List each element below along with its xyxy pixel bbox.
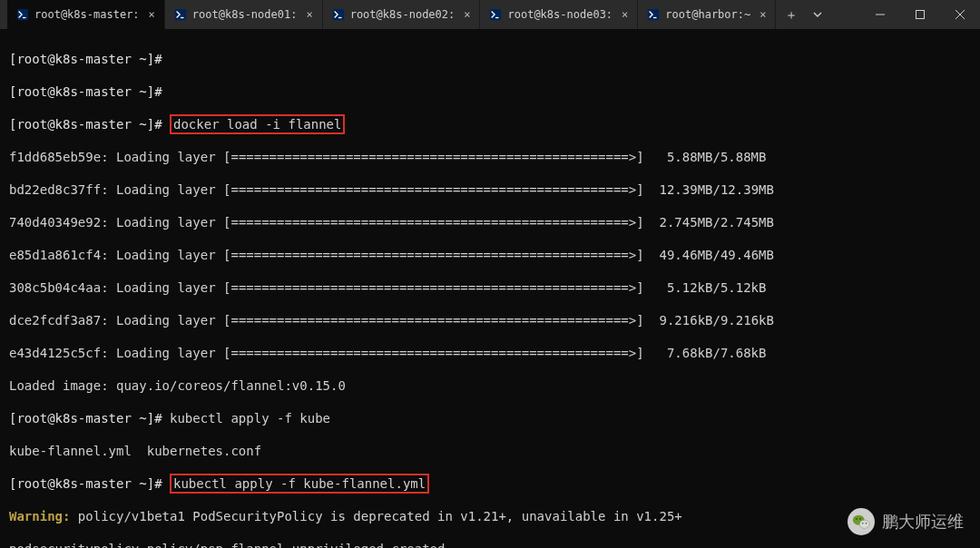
progress-bar: ========================================… xyxy=(230,182,636,197)
layer-size: 2.745MB/2.745MB xyxy=(659,215,773,230)
close-icon[interactable]: × xyxy=(306,6,312,23)
layer-id: bd22ed8c37ff xyxy=(9,182,101,197)
command-partial: kubectl apply -f kube xyxy=(170,411,330,426)
prompt: [root@k8s-master ~]# xyxy=(9,117,162,132)
svg-point-7 xyxy=(859,520,869,528)
window-controls xyxy=(860,0,980,29)
close-icon[interactable]: × xyxy=(760,6,766,23)
terminal-output[interactable]: [root@k8s-master ~]# [root@k8s-master ~]… xyxy=(0,29,980,548)
close-window-button[interactable] xyxy=(940,0,980,29)
layer-size: 12.39MB/12.39MB xyxy=(659,182,773,197)
terminal-icon xyxy=(489,8,502,21)
highlighted-command-2: kubectl apply -f kube-flannel.yml xyxy=(170,474,429,494)
tab-label: root@harbor:~ xyxy=(665,6,750,23)
svg-point-9 xyxy=(859,518,861,520)
layer-id: dce2fcdf3a87 xyxy=(9,313,101,328)
layer-id: e85d1a861cf4 xyxy=(9,248,101,262)
layer-id: 308c5b04c4aa xyxy=(9,280,101,295)
tab-k8s-node03[interactable]: root@k8s-node03: × xyxy=(480,0,638,29)
title-bar: root@k8s-master: × root@k8s-node01: × ro… xyxy=(0,0,980,29)
output-line: podsecuritypolicy.policy/psp.flannel.unp… xyxy=(9,541,971,548)
prompt: [root@k8s-master ~]# xyxy=(9,52,162,66)
tab-dropdown-button[interactable] xyxy=(807,0,828,29)
progress-bar: ========================================… xyxy=(230,346,636,360)
tab-label: root@k8s-node03: xyxy=(507,6,612,23)
tab-harbor[interactable]: root@harbor:~ × xyxy=(638,0,776,29)
layer-id: e43d4125c5cf xyxy=(9,346,101,360)
layer-size: 7.68kB/7.68kB xyxy=(667,346,767,360)
tab-strip: root@k8s-master: × root@k8s-node01: × ro… xyxy=(7,0,776,29)
tab-k8s-master[interactable]: root@k8s-master: × xyxy=(7,0,165,29)
tab-label: root@k8s-node01: xyxy=(192,6,298,23)
tab-label: root@k8s-node02: xyxy=(350,6,456,23)
layer-size: 9.216kB/9.216kB xyxy=(659,313,773,328)
svg-point-11 xyxy=(866,523,867,524)
tab-label: root@k8s-master: xyxy=(34,6,140,23)
terminal-icon xyxy=(16,8,29,21)
layer-size: 5.88MB/5.88MB xyxy=(667,150,767,164)
terminal-icon xyxy=(174,8,187,21)
new-tab-button[interactable]: ＋ xyxy=(776,0,807,29)
warning-text: policy/v1beta1 PodSecurityPolicy is depr… xyxy=(70,509,681,524)
progress-bar: ========================================… xyxy=(230,280,636,295)
maximize-button[interactable] xyxy=(900,0,940,29)
layer-id: f1dd685eb59e xyxy=(9,150,101,164)
wechat-icon xyxy=(848,508,875,535)
minimize-button[interactable] xyxy=(860,0,900,29)
progress-bar: ========================================… xyxy=(230,150,636,164)
watermark-text: 鹏大师运维 xyxy=(882,514,964,530)
tab-k8s-node02[interactable]: root@k8s-node02: × xyxy=(323,0,481,29)
close-icon[interactable]: × xyxy=(622,6,628,23)
progress-bar: ========================================… xyxy=(230,313,636,328)
prompt: [root@k8s-master ~]# xyxy=(9,476,162,491)
tab-completion-line: kube-flannel.yml kubernetes.conf xyxy=(9,443,971,459)
svg-point-10 xyxy=(862,523,863,524)
prompt: [root@k8s-master ~]# xyxy=(9,84,162,99)
highlighted-command-1: docker load -i flannel xyxy=(170,114,345,134)
close-icon[interactable]: × xyxy=(149,6,155,23)
prompt: [root@k8s-master ~]# xyxy=(9,411,162,426)
layer-size: 5.12kB/5.12kB xyxy=(667,280,767,295)
layer-size: 49.46MB/49.46MB xyxy=(659,248,773,262)
terminal-icon xyxy=(647,8,660,21)
warning-label: Warning: xyxy=(9,509,70,524)
progress-bar: ========================================… xyxy=(230,215,636,230)
watermark: 鹏大师运维 xyxy=(848,508,964,535)
layer-id: 740d40349e92 xyxy=(9,215,101,230)
terminal-icon xyxy=(332,8,345,21)
loaded-image-line: Loaded image: quay.io/coreos/flannel:v0.… xyxy=(9,377,971,394)
svg-rect-5 xyxy=(916,11,925,19)
svg-point-8 xyxy=(856,518,858,520)
progress-bar: ========================================… xyxy=(230,248,636,262)
close-icon[interactable]: × xyxy=(464,6,470,23)
tab-k8s-node01[interactable]: root@k8s-node01: × xyxy=(165,0,323,29)
